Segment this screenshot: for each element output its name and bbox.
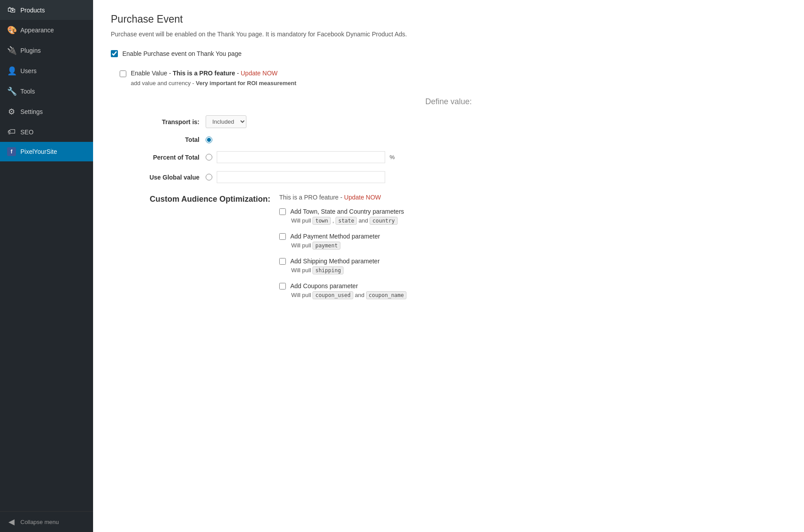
sidebar-item-appearance[interactable]: 🎨 Appearance <box>0 20 93 40</box>
sidebar-collapse[interactable]: ◀ Collapse menu <box>0 511 93 532</box>
total-row: Total <box>111 136 786 143</box>
cb-coupons-label: Add Coupons parameter <box>290 282 358 289</box>
collapse-label: Collapse menu <box>20 519 59 525</box>
percent-radio-row: % <box>206 151 395 163</box>
plugins-icon: 🔌 <box>7 46 16 55</box>
global-radio-row <box>206 171 385 183</box>
total-radio[interactable] <box>206 137 212 143</box>
custom-audience-content: This is a PRO feature - Update NOW Add T… <box>279 194 786 307</box>
settings-icon: ⚙ <box>7 107 16 117</box>
cb-coupons[interactable] <box>279 283 286 289</box>
main-content: Purchase Event Purchase event will be en… <box>93 0 804 532</box>
enable-value-checkbox[interactable] <box>120 70 126 77</box>
pro-feature-row: Enable Value - This is a PRO feature - U… <box>120 70 786 77</box>
sidebar-item-label: Users <box>20 67 37 74</box>
pro-dash: - <box>235 70 241 77</box>
checkbox-group-shipping: Add Shipping Method parameter Will pull … <box>279 258 786 274</box>
sidebar-item-products[interactable]: 🛍 Products <box>0 0 93 20</box>
checkbox-group-town: Add Town, State and Country parameters W… <box>279 208 786 225</box>
cb-town-note: Will pull town , state and country <box>291 217 786 225</box>
checkbox-group-coupons: Add Coupons parameter Will pull coupon_u… <box>279 282 786 299</box>
total-radio-row <box>206 137 212 143</box>
sidebar-item-label: Settings <box>20 108 43 115</box>
sidebar-item-label: Plugins <box>20 47 41 54</box>
custom-audience-section: Custom Audience Optimization: This is a … <box>111 194 786 307</box>
cb-payment-note: Will pull payment <box>291 242 786 250</box>
sidebar-item-label: PixelYourSite <box>20 148 57 155</box>
enable-purchase-checkbox[interactable] <box>111 50 118 57</box>
cb-payment[interactable] <box>279 233 286 240</box>
sidebar-item-label: Products <box>20 7 45 14</box>
code-country: country <box>370 217 398 225</box>
pro-feature-label: Enable Value - <box>131 70 173 77</box>
users-icon: 👤 <box>7 66 16 76</box>
code-coupon-name: coupon_name <box>366 291 406 299</box>
sidebar-item-label: Tools <box>20 88 35 95</box>
products-icon: 🛍 <box>7 5 16 15</box>
custom-audience-update-link[interactable]: Update NOW <box>344 194 381 201</box>
sidebar-item-pixelyoursite[interactable]: f PixelYourSite <box>0 142 93 161</box>
define-value-title: Define value: <box>111 97 786 106</box>
checkbox-group-shipping-header: Add Shipping Method parameter <box>279 258 786 265</box>
enable-purchase-label[interactable]: Enable Purchase event on Thank You page <box>122 50 242 57</box>
code-state: state <box>336 217 357 225</box>
global-input[interactable] <box>217 171 385 183</box>
cb-payment-label: Add Payment Method parameter <box>290 233 380 240</box>
custom-audience-label: Custom Audience Optimization: <box>111 194 270 204</box>
code-town: town <box>312 217 331 225</box>
total-label: Total <box>111 136 199 143</box>
sidebar-item-tools[interactable]: 🔧 Tools <box>0 81 93 102</box>
define-value-section: Define value: Transport is: Included Tot… <box>111 97 786 183</box>
percent-row: Percent of Total % <box>111 151 786 163</box>
pro-feature-bold: This is a PRO feature <box>173 70 235 77</box>
global-row: Use Global value <box>111 171 786 183</box>
checkbox-group-town-header: Add Town, State and Country parameters <box>279 208 786 215</box>
pro-update-link[interactable]: Update NOW <box>241 70 277 77</box>
checkbox-group-payment-header: Add Payment Method parameter <box>279 233 786 240</box>
percent-label: Percent of Total <box>111 154 199 161</box>
percent-sign: % <box>390 154 395 160</box>
pro-feature-text: Enable Value - This is a PRO feature - U… <box>131 70 277 77</box>
page-title: Purchase Event <box>111 13 786 25</box>
sidebar-item-label: Appearance <box>20 27 54 34</box>
cb-town-label: Add Town, State and Country parameters <box>290 208 404 215</box>
cb-shipping[interactable] <box>279 258 286 265</box>
cb-coupons-note: Will pull coupon_used and coupon_name <box>291 291 786 299</box>
transport-row: Transport is: Included <box>111 115 786 128</box>
sidebar-item-users[interactable]: 👤 Users <box>0 61 93 81</box>
sidebar: 🛍 Products 🎨 Appearance 🔌 Plugins 👤 User… <box>0 0 93 532</box>
code-payment: payment <box>312 242 340 250</box>
sidebar-item-label: SEO <box>20 129 34 136</box>
sidebar-arrow <box>82 149 86 154</box>
global-radio[interactable] <box>206 174 212 180</box>
percent-radio[interactable] <box>206 154 212 160</box>
transport-select[interactable]: Included <box>206 115 246 128</box>
cb-town[interactable] <box>279 208 286 215</box>
global-label: Use Global value <box>111 174 199 181</box>
sidebar-item-seo[interactable]: 🏷 SEO <box>0 122 93 142</box>
checkbox-group-coupons-header: Add Coupons parameter <box>279 282 786 289</box>
seo-icon: 🏷 <box>7 127 16 137</box>
enable-purchase-row: Enable Purchase event on Thank You page <box>111 50 786 57</box>
pixelyoursite-icon: f <box>7 147 16 156</box>
cb-shipping-note: Will pull shipping <box>291 266 786 274</box>
collapse-icon: ◀ <box>7 517 16 527</box>
transport-label: Transport is: <box>111 118 199 125</box>
appearance-icon: 🎨 <box>7 25 16 35</box>
code-shipping: shipping <box>312 266 343 274</box>
checkbox-group-payment: Add Payment Method parameter Will pull p… <box>279 233 786 250</box>
custom-audience-pro-info: This is a PRO feature - Update NOW <box>279 194 786 201</box>
sidebar-item-plugins[interactable]: 🔌 Plugins <box>0 40 93 61</box>
tools-icon: 🔧 <box>7 86 16 96</box>
sidebar-item-settings[interactable]: ⚙ Settings <box>0 102 93 122</box>
page-description: Purchase event will be enabled on the Th… <box>111 31 786 38</box>
cb-shipping-label: Add Shipping Method parameter <box>290 258 380 265</box>
code-coupon-used: coupon_used <box>312 291 353 299</box>
pro-note: add value and currency - Very important … <box>131 80 786 86</box>
percent-input[interactable] <box>217 151 385 163</box>
